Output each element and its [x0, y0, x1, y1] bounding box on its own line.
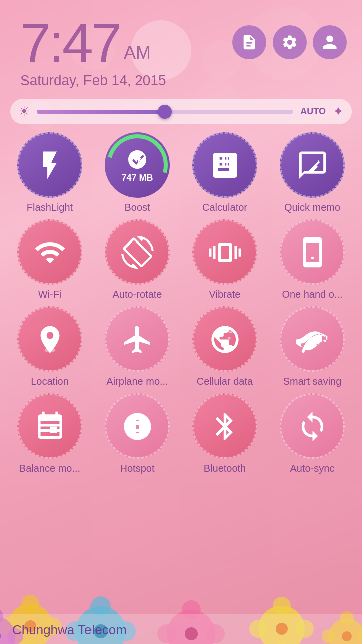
flashlight-icon	[34, 149, 66, 182]
airplane-label: Airplane mo...	[106, 376, 168, 387]
onehand-label: One hand o...	[282, 289, 342, 300]
brightness-track[interactable]	[37, 110, 293, 114]
hotspot-item[interactable]: Hotspot	[96, 393, 179, 474]
clock-ampm: AM	[124, 42, 151, 63]
smartsaving-item[interactable]: Smart saving	[270, 306, 354, 387]
quickmemo-icon	[296, 149, 329, 182]
notes-icon	[241, 34, 258, 51]
onehand-icon	[296, 236, 329, 269]
notes-button[interactable]	[232, 25, 266, 59]
autosync-item[interactable]: Auto-sync	[270, 393, 354, 474]
brightness-fill	[37, 110, 165, 114]
grid-row-1: FlashLight 747 MB Boost	[8, 132, 354, 213]
main-content: 7:47AM Saturday, Feb 14, 2015	[0, 0, 362, 644]
settings-icon	[281, 34, 298, 51]
header: 7:47AM Saturday, Feb 14, 2015	[0, 0, 362, 94]
quickmemo-label: Quick memo	[284, 202, 340, 213]
hotspot-icon-circle	[105, 393, 170, 459]
grid-row-2: Wi-Fi Auto-rotate Vibrate	[8, 219, 354, 300]
app-grid: FlashLight 747 MB Boost	[0, 132, 362, 614]
wifi-label: Wi-Fi	[38, 289, 62, 300]
flashlight-icon-circle	[17, 132, 82, 198]
onehand-item[interactable]: One hand o...	[270, 219, 354, 300]
wifi-icon	[34, 236, 66, 269]
calculator-item[interactable]: Calculator	[183, 132, 266, 213]
cellular-icon	[209, 323, 241, 356]
vibrate-icon-circle	[192, 219, 257, 285]
quickmemo-icon-circle	[280, 132, 345, 198]
vibrate-icon	[209, 236, 241, 269]
balance-icon-circle	[17, 393, 82, 459]
smartsaving-icon-circle	[280, 306, 345, 372]
smartsaving-label: Smart saving	[283, 376, 342, 387]
autorotate-label: Auto-rotate	[113, 289, 162, 300]
header-icons	[232, 25, 347, 59]
boost-label: Boost	[124, 202, 150, 213]
bluetooth-icon-circle	[192, 393, 257, 459]
bluetooth-icon	[209, 410, 241, 443]
location-item[interactable]: Location	[8, 306, 92, 387]
airplane-item[interactable]: Airplane mo...	[96, 306, 179, 387]
location-icon-circle	[17, 306, 82, 372]
hotspot-label: Hotspot	[120, 463, 155, 474]
autorotate-item[interactable]: Auto-rotate	[96, 219, 179, 300]
boost-icon-circle: 747 MB	[105, 132, 170, 198]
airplane-icon	[121, 323, 154, 356]
calculator-icon	[209, 149, 241, 182]
bottom-status-bar: Chunghwa Telecom	[0, 614, 362, 644]
wifi-icon-circle	[17, 219, 82, 285]
autorotate-icon-circle	[105, 219, 170, 285]
time-section: 7:47AM Saturday, Feb 14, 2015	[20, 15, 166, 89]
grid-row-3: Location Airplane mo... Cellular da	[8, 306, 354, 387]
carrier-name: Chunghwa Telecom	[12, 622, 127, 637]
location-label: Location	[31, 376, 69, 387]
clock-time: 7:47	[20, 12, 120, 73]
cellular-item[interactable]: Cellular data	[183, 306, 266, 387]
brightness-thumb[interactable]	[158, 105, 172, 119]
brightness-icon: ☀	[18, 104, 30, 119]
boost-icon	[125, 147, 149, 172]
autosync-label: Auto-sync	[290, 463, 335, 474]
bluetooth-label: Bluetooth	[204, 463, 246, 474]
flashlight-label: FlashLight	[27, 202, 73, 213]
location-icon	[34, 323, 66, 356]
profile-icon	[321, 34, 338, 51]
balance-label: Balance mo...	[19, 463, 80, 474]
calculator-label: Calculator	[202, 202, 247, 213]
settings-button[interactable]	[273, 25, 307, 59]
bluetooth-item[interactable]: Bluetooth	[183, 393, 266, 474]
wifi-item[interactable]: Wi-Fi	[8, 219, 92, 300]
autosync-icon-circle	[280, 393, 345, 459]
profile-button[interactable]	[313, 25, 347, 59]
boost-item[interactable]: 747 MB Boost	[96, 132, 179, 213]
vibrate-item[interactable]: Vibrate	[183, 219, 266, 300]
smartsaving-icon	[296, 323, 329, 356]
boost-inner: 747 MB	[121, 147, 153, 183]
hotspot-icon	[121, 410, 154, 443]
date-display: Saturday, Feb 14, 2015	[20, 72, 166, 89]
calculator-icon-circle	[192, 132, 257, 198]
airplane-icon-circle	[105, 306, 170, 372]
cellular-icon-circle	[192, 306, 257, 372]
balance-icon	[34, 410, 66, 443]
brightness-slider-container: ☀ AUTO ✦	[10, 99, 352, 124]
quickmemo-item[interactable]: Quick memo	[270, 132, 354, 213]
autorotate-icon	[121, 236, 154, 269]
autosync-icon	[296, 410, 329, 443]
time-display: 7:47AM	[20, 15, 166, 70]
grid-row-4: Balance mo... Hotspot	[8, 393, 354, 474]
flashlight-item[interactable]: FlashLight	[8, 132, 92, 213]
vibrate-label: Vibrate	[209, 289, 240, 300]
brightness-auto-icon: ✦	[333, 104, 344, 119]
auto-label: AUTO	[300, 106, 326, 117]
balance-item[interactable]: Balance mo...	[8, 393, 92, 474]
onehand-icon-circle	[280, 219, 345, 285]
boost-mb-label: 747 MB	[121, 173, 153, 183]
cellular-label: Cellular data	[197, 376, 253, 387]
svg-point-35	[44, 348, 55, 352]
